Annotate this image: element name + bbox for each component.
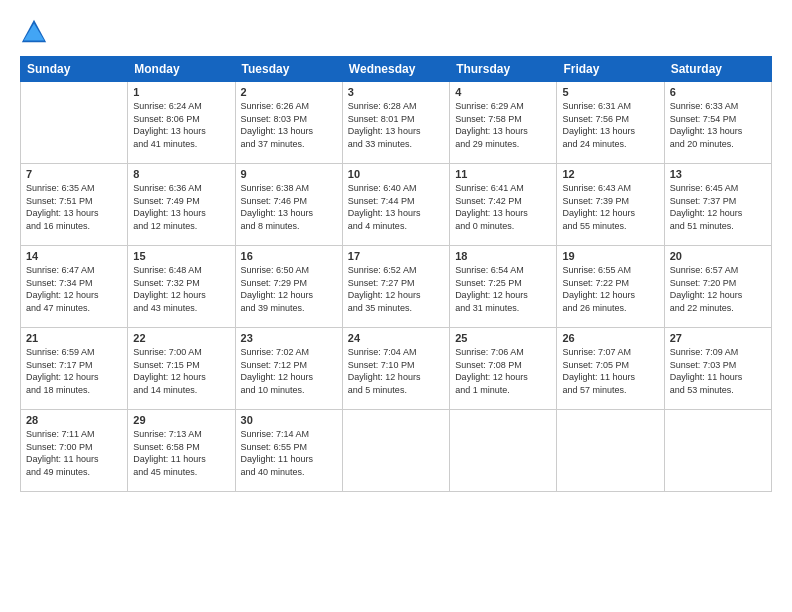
calendar-cell	[557, 410, 664, 492]
day-info: Sunrise: 6:40 AM Sunset: 7:44 PM Dayligh…	[348, 182, 444, 232]
day-info: Sunrise: 7:07 AM Sunset: 7:05 PM Dayligh…	[562, 346, 658, 396]
day-info: Sunrise: 6:29 AM Sunset: 7:58 PM Dayligh…	[455, 100, 551, 150]
calendar-cell: 22Sunrise: 7:00 AM Sunset: 7:15 PM Dayli…	[128, 328, 235, 410]
day-info: Sunrise: 7:00 AM Sunset: 7:15 PM Dayligh…	[133, 346, 229, 396]
day-number: 24	[348, 332, 444, 344]
calendar-cell: 18Sunrise: 6:54 AM Sunset: 7:25 PM Dayli…	[450, 246, 557, 328]
calendar: SundayMondayTuesdayWednesdayThursdayFrid…	[20, 56, 772, 492]
day-number: 3	[348, 86, 444, 98]
calendar-cell	[450, 410, 557, 492]
calendar-cell: 15Sunrise: 6:48 AM Sunset: 7:32 PM Dayli…	[128, 246, 235, 328]
calendar-cell: 25Sunrise: 7:06 AM Sunset: 7:08 PM Dayli…	[450, 328, 557, 410]
day-number: 26	[562, 332, 658, 344]
day-number: 18	[455, 250, 551, 262]
day-info: Sunrise: 6:33 AM Sunset: 7:54 PM Dayligh…	[670, 100, 766, 150]
calendar-week-row: 28Sunrise: 7:11 AM Sunset: 7:00 PM Dayli…	[21, 410, 772, 492]
calendar-week-row: 14Sunrise: 6:47 AM Sunset: 7:34 PM Dayli…	[21, 246, 772, 328]
calendar-cell: 28Sunrise: 7:11 AM Sunset: 7:00 PM Dayli…	[21, 410, 128, 492]
day-number: 10	[348, 168, 444, 180]
weekday-header: Tuesday	[235, 57, 342, 82]
day-number: 8	[133, 168, 229, 180]
day-number: 14	[26, 250, 122, 262]
day-info: Sunrise: 6:24 AM Sunset: 8:06 PM Dayligh…	[133, 100, 229, 150]
day-info: Sunrise: 6:55 AM Sunset: 7:22 PM Dayligh…	[562, 264, 658, 314]
day-number: 30	[241, 414, 337, 426]
weekday-header: Sunday	[21, 57, 128, 82]
calendar-cell: 17Sunrise: 6:52 AM Sunset: 7:27 PM Dayli…	[342, 246, 449, 328]
calendar-cell: 8Sunrise: 6:36 AM Sunset: 7:49 PM Daylig…	[128, 164, 235, 246]
day-info: Sunrise: 6:38 AM Sunset: 7:46 PM Dayligh…	[241, 182, 337, 232]
day-info: Sunrise: 6:26 AM Sunset: 8:03 PM Dayligh…	[241, 100, 337, 150]
calendar-cell: 1Sunrise: 6:24 AM Sunset: 8:06 PM Daylig…	[128, 82, 235, 164]
calendar-cell	[21, 82, 128, 164]
weekday-header-row: SundayMondayTuesdayWednesdayThursdayFrid…	[21, 57, 772, 82]
calendar-cell	[664, 410, 771, 492]
calendar-cell: 6Sunrise: 6:33 AM Sunset: 7:54 PM Daylig…	[664, 82, 771, 164]
day-info: Sunrise: 6:31 AM Sunset: 7:56 PM Dayligh…	[562, 100, 658, 150]
calendar-cell	[342, 410, 449, 492]
day-number: 12	[562, 168, 658, 180]
svg-marker-1	[24, 24, 45, 41]
calendar-cell: 24Sunrise: 7:04 AM Sunset: 7:10 PM Dayli…	[342, 328, 449, 410]
day-info: Sunrise: 6:45 AM Sunset: 7:37 PM Dayligh…	[670, 182, 766, 232]
calendar-cell: 2Sunrise: 6:26 AM Sunset: 8:03 PM Daylig…	[235, 82, 342, 164]
day-number: 22	[133, 332, 229, 344]
day-number: 6	[670, 86, 766, 98]
day-info: Sunrise: 6:57 AM Sunset: 7:20 PM Dayligh…	[670, 264, 766, 314]
weekday-header: Monday	[128, 57, 235, 82]
day-info: Sunrise: 7:06 AM Sunset: 7:08 PM Dayligh…	[455, 346, 551, 396]
calendar-cell: 5Sunrise: 6:31 AM Sunset: 7:56 PM Daylig…	[557, 82, 664, 164]
logo-icon	[20, 18, 48, 46]
day-info: Sunrise: 6:28 AM Sunset: 8:01 PM Dayligh…	[348, 100, 444, 150]
day-number: 21	[26, 332, 122, 344]
day-info: Sunrise: 7:13 AM Sunset: 6:58 PM Dayligh…	[133, 428, 229, 478]
calendar-cell: 9Sunrise: 6:38 AM Sunset: 7:46 PM Daylig…	[235, 164, 342, 246]
calendar-week-row: 21Sunrise: 6:59 AM Sunset: 7:17 PM Dayli…	[21, 328, 772, 410]
day-number: 28	[26, 414, 122, 426]
header	[20, 18, 772, 46]
calendar-cell: 12Sunrise: 6:43 AM Sunset: 7:39 PM Dayli…	[557, 164, 664, 246]
logo	[20, 18, 52, 46]
calendar-cell: 20Sunrise: 6:57 AM Sunset: 7:20 PM Dayli…	[664, 246, 771, 328]
day-number: 11	[455, 168, 551, 180]
calendar-cell: 21Sunrise: 6:59 AM Sunset: 7:17 PM Dayli…	[21, 328, 128, 410]
calendar-cell: 13Sunrise: 6:45 AM Sunset: 7:37 PM Dayli…	[664, 164, 771, 246]
calendar-cell: 23Sunrise: 7:02 AM Sunset: 7:12 PM Dayli…	[235, 328, 342, 410]
calendar-cell: 10Sunrise: 6:40 AM Sunset: 7:44 PM Dayli…	[342, 164, 449, 246]
day-number: 5	[562, 86, 658, 98]
logo-wrapper	[20, 18, 52, 46]
day-number: 27	[670, 332, 766, 344]
day-number: 17	[348, 250, 444, 262]
calendar-cell: 3Sunrise: 6:28 AM Sunset: 8:01 PM Daylig…	[342, 82, 449, 164]
day-number: 20	[670, 250, 766, 262]
calendar-cell: 7Sunrise: 6:35 AM Sunset: 7:51 PM Daylig…	[21, 164, 128, 246]
day-number: 19	[562, 250, 658, 262]
day-number: 23	[241, 332, 337, 344]
day-number: 1	[133, 86, 229, 98]
day-info: Sunrise: 6:54 AM Sunset: 7:25 PM Dayligh…	[455, 264, 551, 314]
weekday-header: Friday	[557, 57, 664, 82]
day-info: Sunrise: 6:47 AM Sunset: 7:34 PM Dayligh…	[26, 264, 122, 314]
day-info: Sunrise: 6:41 AM Sunset: 7:42 PM Dayligh…	[455, 182, 551, 232]
day-info: Sunrise: 6:50 AM Sunset: 7:29 PM Dayligh…	[241, 264, 337, 314]
day-info: Sunrise: 6:52 AM Sunset: 7:27 PM Dayligh…	[348, 264, 444, 314]
calendar-cell: 16Sunrise: 6:50 AM Sunset: 7:29 PM Dayli…	[235, 246, 342, 328]
calendar-cell: 30Sunrise: 7:14 AM Sunset: 6:55 PM Dayli…	[235, 410, 342, 492]
calendar-week-row: 7Sunrise: 6:35 AM Sunset: 7:51 PM Daylig…	[21, 164, 772, 246]
weekday-header: Thursday	[450, 57, 557, 82]
calendar-cell: 27Sunrise: 7:09 AM Sunset: 7:03 PM Dayli…	[664, 328, 771, 410]
calendar-cell: 14Sunrise: 6:47 AM Sunset: 7:34 PM Dayli…	[21, 246, 128, 328]
weekday-header: Wednesday	[342, 57, 449, 82]
day-info: Sunrise: 6:43 AM Sunset: 7:39 PM Dayligh…	[562, 182, 658, 232]
day-number: 9	[241, 168, 337, 180]
day-info: Sunrise: 7:09 AM Sunset: 7:03 PM Dayligh…	[670, 346, 766, 396]
page: SundayMondayTuesdayWednesdayThursdayFrid…	[0, 0, 792, 502]
day-number: 2	[241, 86, 337, 98]
day-number: 29	[133, 414, 229, 426]
day-info: Sunrise: 6:59 AM Sunset: 7:17 PM Dayligh…	[26, 346, 122, 396]
day-number: 13	[670, 168, 766, 180]
day-info: Sunrise: 7:11 AM Sunset: 7:00 PM Dayligh…	[26, 428, 122, 478]
calendar-cell: 29Sunrise: 7:13 AM Sunset: 6:58 PM Dayli…	[128, 410, 235, 492]
day-number: 7	[26, 168, 122, 180]
calendar-cell: 26Sunrise: 7:07 AM Sunset: 7:05 PM Dayli…	[557, 328, 664, 410]
